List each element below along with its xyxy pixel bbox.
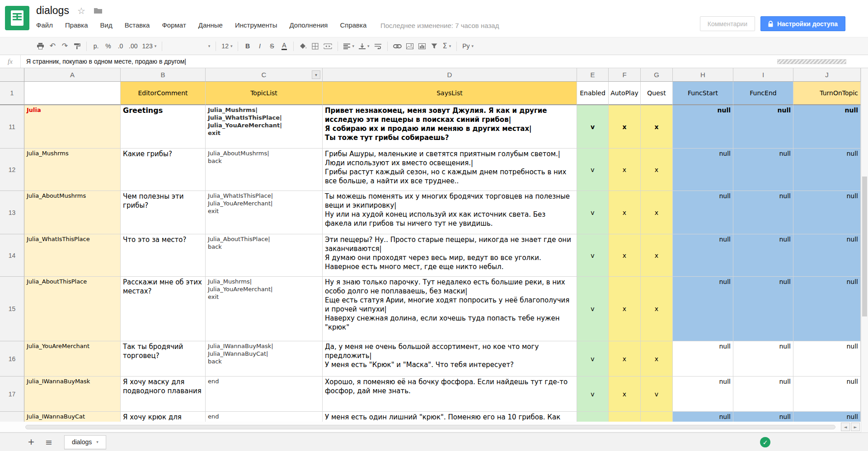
cell-F1[interactable]: AutoPlay	[609, 82, 641, 105]
cell-C15[interactable]: Julia_Mushrms| Julia_YouAreMerchant| exi…	[206, 277, 323, 341]
cell-A14[interactable]: Julia_WhatIsThisPlace	[24, 234, 121, 277]
cell-G12[interactable]: x	[641, 149, 673, 191]
menu-item[interactable]: Формат	[162, 21, 186, 29]
cell-H14[interactable]: null	[673, 234, 733, 277]
cell-F14[interactable]: x	[609, 234, 641, 277]
merge-cells-button[interactable]	[321, 40, 334, 52]
cell-G11[interactable]: x	[641, 105, 673, 149]
cell-A1[interactable]	[24, 82, 121, 105]
cell-E14[interactable]: v	[577, 234, 609, 277]
cell-B17[interactable]: Я хочу маску для подводного плавания	[121, 377, 206, 412]
cell-C17[interactable]: end	[206, 377, 323, 412]
insert-link-button[interactable]	[391, 40, 404, 52]
cell-H15[interactable]: null	[673, 277, 733, 341]
cell-B1[interactable]: EditorComment	[121, 82, 206, 105]
cell-H12[interactable]: null	[673, 149, 733, 191]
cell-F15[interactable]: x	[609, 277, 641, 341]
cell-J17[interactable]: null	[793, 377, 861, 412]
cell-C12[interactable]: Julia_AboutMushrms| back	[206, 149, 323, 191]
row-header-1[interactable]: 1	[0, 82, 24, 105]
cell-G16[interactable]: x	[641, 341, 673, 377]
cell-I18[interactable]: null	[733, 412, 793, 422]
cell-J18[interactable]: null	[793, 412, 861, 422]
menu-item[interactable]: Данные	[198, 21, 223, 29]
cell-I15[interactable]: null	[733, 277, 793, 341]
filter-button[interactable]	[428, 40, 441, 52]
sheet-tab-dialogs[interactable]: dialogs ▾	[64, 435, 106, 449]
cell-A13[interactable]: Julia_AboutMushrms	[24, 191, 121, 234]
cell-D12[interactable]: Грибы Ашуры, маленькие и светятся приятн…	[323, 149, 577, 191]
column-header-E[interactable]: E	[577, 68, 609, 82]
menu-item[interactable]: Инструменты	[235, 21, 277, 29]
menu-item[interactable]: Справка	[340, 21, 366, 29]
horizontal-align-button[interactable]: ▾	[341, 40, 357, 52]
cell-I11[interactable]: null	[733, 105, 793, 149]
font-family-select[interactable]: ▾	[165, 40, 212, 52]
cell-F18[interactable]: x	[609, 412, 641, 422]
cell-F13[interactable]: x	[609, 191, 641, 234]
menu-item[interactable]: Дополнения	[290, 21, 328, 29]
font-size-select[interactable]: 12 ▾	[219, 40, 235, 52]
cell-E13[interactable]: v	[577, 191, 609, 234]
menu-item[interactable]: Правка	[65, 21, 88, 29]
cell-I17[interactable]: null	[733, 377, 793, 412]
add-sheet-button[interactable]: +	[23, 436, 40, 448]
cell-D18[interactable]: У меня есть один лишний "крюк". Поменяю …	[323, 412, 577, 422]
menu-item[interactable]: Файл	[36, 21, 53, 29]
cell-C1[interactable]: TopicList	[206, 82, 323, 105]
insert-image-button[interactable]	[404, 40, 416, 52]
cell-A11[interactable]: Julia	[24, 105, 121, 149]
cell-B18[interactable]: Я хочу крюк для	[121, 412, 206, 422]
cell-H16[interactable]: null	[673, 341, 733, 377]
vertical-scroll-thumb[interactable]	[862, 177, 867, 316]
horizontal-scrollbar[interactable]: ◄ ►	[0, 422, 861, 432]
print-button[interactable]	[34, 40, 47, 52]
formula-bar-grip[interactable]	[777, 59, 846, 64]
number-format-button[interactable]: 123 ▾	[140, 40, 159, 52]
column-header-A[interactable]: A	[24, 68, 121, 82]
cell-F16[interactable]: x	[609, 341, 641, 377]
cell-D16[interactable]: Да, у меня не очень большой ассортимент,…	[323, 341, 577, 377]
cell-D17[interactable]: Хорошо, я поменяю её на бочку фосфора. Е…	[323, 377, 577, 412]
cell-H18[interactable]: null	[673, 412, 733, 422]
column-header-C[interactable]: C▾	[206, 68, 323, 82]
borders-button[interactable]	[309, 40, 321, 52]
row-header-17[interactable]: 17	[0, 377, 24, 412]
last-edit-status[interactable]: Последнее изменение: 7 часов назад	[380, 22, 499, 29]
cell-H1[interactable]: FuncStart	[673, 82, 733, 105]
text-wrap-button[interactable]	[372, 40, 384, 52]
row-header-11[interactable]: 11	[0, 105, 24, 149]
cell-G1[interactable]: Quest	[641, 82, 673, 105]
bold-button[interactable]: B	[241, 40, 253, 52]
input-tools-button[interactable]: Ру ▾	[460, 40, 476, 52]
vertical-align-button[interactable]: ▾	[357, 40, 372, 52]
cell-B11[interactable]: Greetings	[121, 105, 206, 149]
column-header-D[interactable]: D	[323, 68, 577, 82]
cell-C11[interactable]: Julia_Mushrms| Julia_WhatIsThisPlace| Ju…	[206, 105, 323, 149]
cell-C13[interactable]: Julia_WhatIsThisPlace| Julia_YouAreMerch…	[206, 191, 323, 234]
sheets-logo[interactable]	[5, 6, 29, 30]
filter-dropdown-icon[interactable]: ▾	[312, 70, 320, 79]
cell-B13[interactable]: Чем полезны эти грибы?	[121, 191, 206, 234]
cell-H11[interactable]: null	[673, 105, 733, 149]
row-header-18[interactable]: 18	[0, 412, 24, 422]
menu-item[interactable]: Вставка	[125, 21, 150, 29]
functions-button[interactable]: Σ ▾	[441, 40, 454, 52]
cell-A15[interactable]: Julia_AboutThisPlace	[24, 277, 121, 341]
cell-F11[interactable]: x	[609, 105, 641, 149]
cell-J14[interactable]: null	[793, 234, 861, 277]
row-header-12[interactable]: 12	[0, 149, 24, 191]
paint-format-button[interactable]	[71, 40, 83, 52]
cell-A17[interactable]: Julia_IWannaBuyMask	[24, 377, 121, 412]
row-header-15[interactable]: 15	[0, 277, 24, 341]
currency-format-button[interactable]: р.	[90, 40, 102, 52]
cell-C14[interactable]: Julia_AboutThisPlace| back	[206, 234, 323, 277]
cell-I1[interactable]: FuncEnd	[733, 82, 793, 105]
cell-J11[interactable]: null	[793, 105, 861, 149]
column-header-F[interactable]: F	[609, 68, 641, 82]
strikethrough-button[interactable]: S	[266, 40, 278, 52]
cell-J16[interactable]: null	[793, 341, 861, 377]
scroll-left-button[interactable]: ◄	[841, 423, 850, 431]
insert-chart-button[interactable]	[416, 40, 428, 52]
cell-B16[interactable]: Так ты бродячий торговец?	[121, 341, 206, 377]
